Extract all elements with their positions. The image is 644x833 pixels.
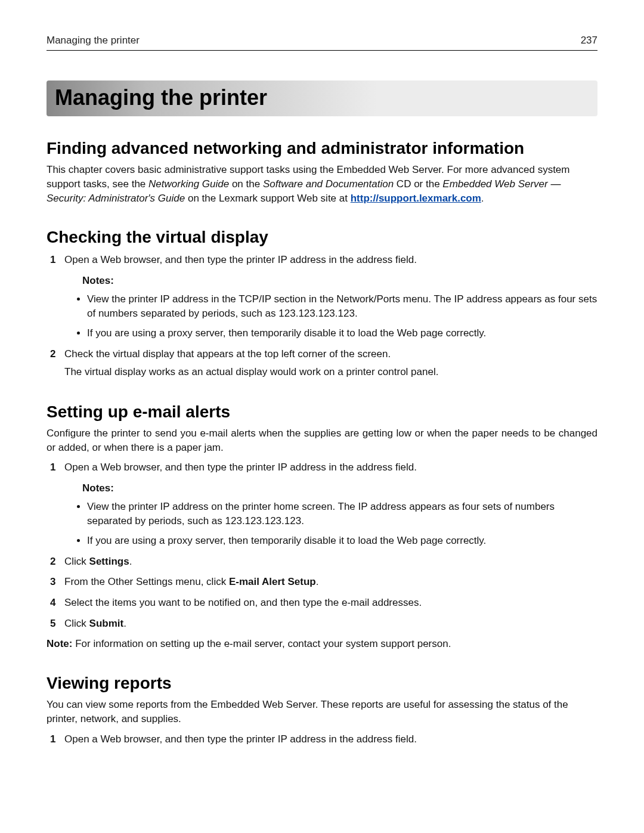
chapter-banner: Managing the printer [47, 80, 597, 116]
heading-advanced-networking: Finding advanced networking and administ… [47, 139, 597, 158]
text: on the Lexmark support Web site at [185, 193, 351, 204]
step-item: Open a Web browser, and then type the pr… [47, 253, 597, 340]
para-reports-intro: You can view some reports from the Embed… [47, 698, 597, 726]
step-item: Click Submit. [47, 617, 597, 631]
chapter-title: Managing the printer [55, 85, 589, 110]
heading-virtual-display: Checking the virtual display [47, 228, 597, 247]
step-item: From the Other Settings menu, click E‑ma… [47, 575, 597, 590]
text: . [123, 618, 126, 629]
steps-email-alerts: Open a Web browser, and then type the pr… [47, 460, 597, 631]
em-networking-guide: Networking Guide [148, 178, 229, 190]
notes-label: Notes: [82, 274, 597, 289]
note-item: If you are using a proxy server, then te… [87, 326, 597, 341]
note-item: If you are using a proxy server, then te… [87, 534, 597, 549]
bold-email-alert-setup: E‑mail Alert Setup [229, 576, 316, 587]
text: Click [64, 618, 89, 629]
bold-submit: Submit [89, 618, 124, 629]
text: on the [229, 178, 263, 190]
notes-list: View the printer IP address on the print… [64, 500, 597, 549]
note-text: For information on setting up the e‑mail… [72, 638, 451, 649]
step-item: Check the virtual display that appears a… [47, 347, 597, 380]
para-advanced-networking: This chapter covers basic administrative… [47, 163, 597, 205]
document-page: Managing the printer 237 Managing the pr… [0, 0, 644, 833]
bold-settings: Settings [89, 556, 129, 567]
heading-viewing-reports: Viewing reports [47, 674, 597, 693]
step-item: Open a Web browser, and then type the pr… [47, 732, 597, 747]
para-email-note: Note: For information on setting up the … [47, 637, 597, 651]
text: From the Other Settings menu, click [64, 576, 229, 587]
step-text: Check the virtual display that appears a… [64, 348, 391, 360]
notes-list: View the printer IP address in the TCP/I… [64, 292, 597, 341]
note-item: View the printer IP address in the TCP/I… [87, 292, 597, 321]
step-item: Click Settings. [47, 555, 597, 569]
header-section-title: Managing the printer [47, 35, 140, 47]
para-email-intro: Configure the printer to send you e-mail… [47, 426, 597, 455]
text: Click [64, 556, 89, 567]
step-item: Select the items you want to be notified… [47, 596, 597, 611]
steps-virtual-display: Open a Web browser, and then type the pr… [47, 253, 597, 379]
step-text: Open a Web browser, and then type the pr… [64, 254, 417, 265]
text: . [129, 556, 132, 567]
em-software-doc: Software and Documentation [263, 178, 394, 190]
step-text: Open a Web browser, and then type the pr… [64, 462, 417, 473]
support-link[interactable]: http://support.lexmark.com [351, 193, 481, 204]
steps-viewing-reports: Open a Web browser, and then type the pr… [47, 732, 597, 747]
page-header: Managing the printer 237 [47, 35, 597, 51]
note-item: View the printer IP address on the print… [87, 500, 597, 529]
heading-email-alerts: Setting up e‑mail alerts [47, 402, 597, 422]
header-page-number: 237 [581, 35, 597, 47]
text: . [316, 576, 319, 587]
step-subtext: The virtual display works as an actual d… [64, 365, 597, 380]
text: CD or the [394, 178, 442, 190]
note-label: Note: [47, 638, 72, 649]
text: . [481, 193, 484, 204]
notes-label: Notes: [82, 481, 597, 496]
step-item: Open a Web browser, and then type the pr… [47, 460, 597, 548]
